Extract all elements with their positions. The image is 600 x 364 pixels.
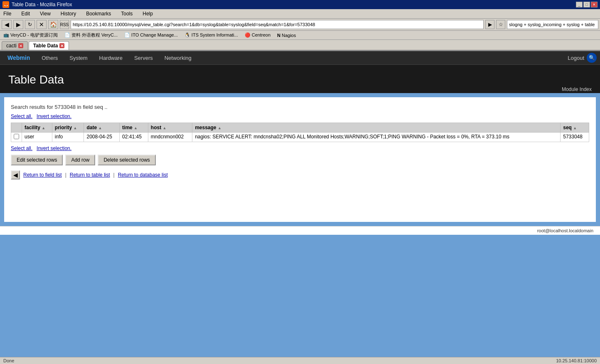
data-table: facility ▲ priority ▲ date ▲ time ▲ host…	[11, 123, 589, 142]
sort-arrow-date: ▲	[98, 126, 102, 130]
sort-arrow-time: ▲	[134, 126, 138, 130]
cell-seq-0: 5733048	[561, 133, 589, 142]
pipe-sep-2: |	[113, 172, 115, 178]
invert-selection-link-bottom[interactable]: Invert selection.	[37, 145, 71, 151]
tab-cacti-close[interactable]: ✕	[18, 43, 23, 48]
title-bar-left: 🦊 Table Data - Mozilla Firefox	[2, 1, 72, 8]
tab-table-data-close[interactable]: ✕	[59, 43, 64, 48]
nav-toolbar: ◀ ▶ ↻ ✕ 🏠 RSS ▶ ☆	[0, 19, 600, 31]
return-field-list-link[interactable]: Return to field list	[23, 172, 62, 178]
webmin-nav: Webmin Others System Hardware Servers Ne…	[0, 51, 600, 65]
menu-edit[interactable]: Edit	[20, 10, 32, 17]
menu-view[interactable]: View	[38, 10, 52, 17]
bookmark-ito[interactable]: 📄 ITO Change Manage...	[123, 32, 180, 38]
page-title: Table Data	[8, 73, 592, 86]
tab-cacti[interactable]: cacti ✕	[2, 41, 28, 50]
cell-date-0: 2008-04-25	[84, 133, 120, 142]
row-checkbox-0[interactable]	[14, 134, 19, 139]
edit-selected-rows-button[interactable]: Edit selected rows	[11, 155, 63, 165]
nav-servers[interactable]: Servers	[130, 53, 157, 63]
invert-selection-link-top[interactable]: Invert selection.	[37, 113, 71, 119]
menu-help[interactable]: Help	[141, 10, 155, 17]
window-title: Table Data - Mozilla Firefox	[12, 2, 72, 7]
th-priority[interactable]: priority ▲	[52, 123, 84, 133]
nav-others[interactable]: Others	[37, 53, 62, 63]
action-buttons-row: Edit selected rows Add row Delete select…	[11, 155, 589, 165]
search-results-text: Search results for 5733048 in field seq …	[11, 104, 589, 110]
webmin-search-button[interactable]: 🔍	[587, 53, 597, 63]
bookmark-its[interactable]: 🐧 ITS System Informati...	[183, 32, 240, 38]
back-arrow-button[interactable]: ◀	[11, 170, 20, 180]
back-button[interactable]: ◀	[2, 20, 12, 29]
select-all-link-bottom[interactable]: Select all.	[11, 145, 32, 151]
window-buttons[interactable]: _ □ ✕	[576, 2, 598, 7]
table-row: user info 2008-04-25 02:41:45 mndcnmon00…	[11, 133, 589, 142]
sort-arrow-host: ▲	[163, 126, 167, 130]
th-message[interactable]: message ▲	[192, 123, 561, 133]
tab-cacti-label: cacti	[6, 43, 17, 49]
sort-arrow-facility: ▲	[42, 126, 45, 130]
search-icon: 🔍	[589, 55, 595, 61]
sort-arrow-seq: ▲	[573, 126, 577, 130]
th-checkbox	[11, 123, 22, 133]
close-window-button[interactable]: ✕	[591, 2, 598, 7]
forward-button[interactable]: ▶	[13, 20, 23, 29]
bookmark-centreon[interactable]: 🔴 Centreon	[243, 32, 272, 38]
sort-arrow-message: ▲	[218, 126, 221, 130]
row-checkbox-cell[interactable]	[11, 133, 22, 142]
return-table-list-link[interactable]: Return to table list	[70, 172, 110, 178]
th-date[interactable]: date ▲	[84, 123, 120, 133]
table-header-row: facility ▲ priority ▲ date ▲ time ▲ host…	[11, 123, 589, 133]
go-button[interactable]: ▶	[485, 20, 494, 29]
th-seq[interactable]: seq ▲	[561, 123, 589, 133]
firefox-icon: 🦊	[2, 1, 9, 8]
select-all-bar-top: Select all. Invert selection.	[11, 113, 589, 119]
bookmark-nagios[interactable]: N Nagios	[275, 32, 298, 38]
tab-table-data-label: Table Data	[33, 43, 58, 49]
bookmark-verycd[interactable]: 📺 VeryCD - 电驴资源订阅	[2, 32, 59, 39]
address-bar[interactable]	[71, 20, 484, 29]
cell-host-0: mndcnmon002	[148, 133, 192, 142]
nav-hardware[interactable]: Hardware	[95, 53, 127, 63]
select-all-bar-bottom: Select all. Invert selection.	[11, 145, 589, 151]
page-title-bar: Table Data Module Index	[0, 65, 600, 93]
menu-bookmarks[interactable]: Bookmarks	[84, 10, 113, 17]
cell-message-0: nagios: SERVICE ALERT: mndcnsha02;PING A…	[192, 133, 561, 142]
star-button[interactable]: ☆	[496, 20, 505, 29]
menu-file[interactable]: File	[2, 10, 13, 17]
minimize-button[interactable]: _	[576, 2, 583, 7]
bookmark-materials[interactable]: 📄 资料 外语教程 VeryC...	[63, 32, 119, 39]
webmin-brand[interactable]: Webmin	[3, 53, 34, 63]
sort-arrow-priority: ▲	[74, 126, 77, 130]
webmin-app: Webmin Others System Hardware Servers Ne…	[0, 51, 600, 235]
nav-networking[interactable]: Networking	[160, 53, 196, 63]
stop-button[interactable]: ✕	[37, 20, 47, 29]
tab-table-data[interactable]: Table Data ✕	[29, 41, 69, 50]
pipe-sep-1: |	[65, 172, 66, 178]
webmin-logout-area: Logout 🔍	[568, 53, 597, 63]
th-facility[interactable]: facility ▲	[22, 123, 52, 133]
delete-selected-rows-button[interactable]: Delete selected rows	[98, 155, 155, 165]
th-host[interactable]: host ▲	[148, 123, 192, 133]
maximize-button[interactable]: □	[583, 2, 590, 7]
cell-priority-0: info	[52, 133, 84, 142]
search-box[interactable]	[507, 20, 598, 29]
reload-button[interactable]: ↻	[25, 20, 35, 29]
rss-icon: RSS	[60, 20, 69, 29]
select-all-link-top[interactable]: Select all.	[11, 113, 32, 119]
th-time[interactable]: time ▲	[120, 123, 148, 133]
main-content: Search results for 5733048 in field seq …	[4, 97, 596, 222]
logout-button[interactable]: Logout	[568, 55, 584, 61]
bookmarks-bar: 📺 VeryCD - 电驴资源订阅 📄 资料 外语教程 VeryC... 📄 I…	[0, 31, 600, 40]
footer-bar: root@localhost.localdomain	[0, 226, 600, 235]
home-button[interactable]: 🏠	[48, 20, 58, 29]
tabs-bar: cacti ✕ Table Data ✕	[0, 40, 600, 51]
return-database-list-link[interactable]: Return to database list	[118, 172, 168, 178]
menu-tools[interactable]: Tools	[119, 10, 134, 17]
menu-history[interactable]: History	[59, 10, 78, 17]
add-row-button[interactable]: Add row	[65, 155, 95, 165]
menu-bar: File Edit View History Bookmarks Tools H…	[0, 9, 600, 19]
title-bar: 🦊 Table Data - Mozilla Firefox _ □ ✕	[0, 0, 600, 9]
nav-system[interactable]: System	[65, 53, 91, 63]
module-index-link[interactable]: Module Index	[562, 86, 592, 92]
